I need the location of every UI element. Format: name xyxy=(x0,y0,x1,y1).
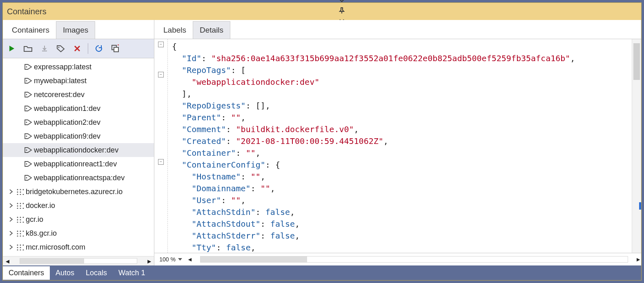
svg-point-38 xyxy=(23,231,24,232)
registry-item[interactable]: bridgetokubernetes.azurecr.io xyxy=(3,185,154,199)
tag-icon xyxy=(23,133,34,139)
expand-icon[interactable] xyxy=(7,231,15,236)
svg-point-17 xyxy=(17,194,18,195)
expand-icon[interactable] xyxy=(7,217,15,222)
image-item[interactable]: webapplication1:dev xyxy=(3,102,154,115)
image-item[interactable]: netcorerest:dev xyxy=(3,88,154,102)
registry-icon xyxy=(15,202,26,209)
download-button[interactable] xyxy=(39,43,50,54)
fold-toggle[interactable]: − xyxy=(158,72,164,77)
fold-toggle[interactable]: − xyxy=(158,42,164,47)
tab-images[interactable]: Images xyxy=(56,21,95,39)
svg-point-8 xyxy=(26,136,27,137)
zoom-dropdown[interactable]: 100 % xyxy=(154,256,187,263)
svg-point-28 xyxy=(17,217,18,218)
svg-point-16 xyxy=(20,192,21,193)
expand-icon[interactable] xyxy=(7,245,15,250)
image-item[interactable]: webapplicationreactspa:dev xyxy=(3,171,154,185)
scrollbar-thumb[interactable] xyxy=(633,43,640,80)
registry-item[interactable]: mcr.microsoft.com xyxy=(3,240,154,254)
editor-vertical-scrollbar[interactable] xyxy=(632,39,641,253)
svg-point-51 xyxy=(23,250,24,251)
svg-point-34 xyxy=(20,222,21,223)
tab-details[interactable]: Details xyxy=(193,21,230,39)
svg-point-30 xyxy=(23,217,24,218)
image-item[interactable]: mywebapi:latest xyxy=(3,74,154,88)
refresh-button[interactable] xyxy=(93,43,105,54)
item-label: webapplication9:dev xyxy=(34,132,100,141)
tag-icon xyxy=(23,119,34,126)
image-item[interactable]: webapplication2:dev xyxy=(3,115,154,129)
content-area: ContainersImages xyxy=(3,20,641,265)
editor-horizontal-scrollbar[interactable] xyxy=(200,256,628,263)
expand-icon[interactable] xyxy=(7,203,15,208)
registry-icon xyxy=(15,244,26,250)
svg-point-24 xyxy=(20,206,21,207)
image-tree: expressapp:latestmywebapi:latestnetcorer… xyxy=(3,58,154,256)
image-item[interactable]: webapplicationdocker:dev xyxy=(3,143,154,157)
svg-point-26 xyxy=(20,208,21,209)
registry-icon xyxy=(15,216,26,223)
item-label: expressapp:latest xyxy=(34,63,91,71)
svg-point-50 xyxy=(20,250,21,251)
svg-point-29 xyxy=(20,217,21,218)
svg-point-39 xyxy=(17,233,18,234)
svg-point-35 xyxy=(23,222,24,223)
svg-point-19 xyxy=(23,194,24,195)
bottom-tab-watch-1[interactable]: Watch 1 xyxy=(113,266,151,280)
image-item[interactable]: webapplication9:dev xyxy=(3,129,154,143)
tab-containers[interactable]: Containers xyxy=(5,22,56,39)
svg-point-12 xyxy=(17,189,18,190)
svg-point-20 xyxy=(17,203,18,204)
tag-button[interactable] xyxy=(55,43,67,54)
svg-point-13 xyxy=(20,189,21,190)
scrollbar-thumb[interactable] xyxy=(201,256,308,262)
fold-gutter[interactable]: − − − xyxy=(154,39,168,253)
json-editor: − − − { "Id": "sha256:0ae14a633f315b699a… xyxy=(154,39,641,253)
registry-icon xyxy=(15,188,26,195)
json-code-view[interactable]: { "Id": "sha256:0ae14a633f315b699aa12f35… xyxy=(168,39,632,253)
svg-point-46 xyxy=(23,245,24,246)
scrollbar-track[interactable] xyxy=(20,258,137,264)
tag-icon xyxy=(23,64,34,70)
left-horizontal-scrollbar[interactable]: ◄ ► xyxy=(3,256,154,265)
svg-point-23 xyxy=(17,206,18,207)
image-toolbar xyxy=(3,39,154,58)
svg-point-27 xyxy=(23,208,24,209)
run-button[interactable] xyxy=(6,43,18,54)
delete-button[interactable] xyxy=(71,43,83,54)
chevron-down-icon xyxy=(178,258,182,261)
image-tree-scroll[interactable]: expressapp:latestmywebapi:latestnetcorer… xyxy=(3,58,154,256)
tag-icon xyxy=(23,147,34,153)
window-title: Containers xyxy=(7,7,47,16)
bottom-tab-containers[interactable]: Containers xyxy=(3,266,50,280)
registry-item[interactable]: k8s.gcr.io xyxy=(3,226,154,240)
pin-icon[interactable] xyxy=(339,7,345,14)
svg-point-21 xyxy=(20,203,21,204)
item-label: mywebapi:latest xyxy=(34,77,87,85)
copy-button[interactable] xyxy=(109,43,121,54)
svg-point-9 xyxy=(26,150,27,151)
image-item[interactable]: expressapp:latest xyxy=(3,60,154,74)
item-label: webapplicationreactspa:dev xyxy=(34,174,125,182)
svg-point-0 xyxy=(58,47,60,48)
bottom-tab-locals[interactable]: Locals xyxy=(80,266,113,280)
fold-toggle[interactable]: − xyxy=(158,159,164,165)
svg-point-6 xyxy=(26,108,27,109)
expand-icon[interactable] xyxy=(7,189,15,194)
open-button[interactable] xyxy=(22,43,34,54)
titlebar: Containers xyxy=(3,3,641,20)
item-label: webapplicationdocker:dev xyxy=(34,146,118,155)
image-item[interactable]: webapplicationreact1:dev xyxy=(3,157,154,171)
bottom-tab-autos[interactable]: Autos xyxy=(50,266,80,280)
right-tabstrip: LabelsDetails xyxy=(154,20,641,39)
svg-point-49 xyxy=(17,250,18,251)
registry-item[interactable]: docker.io xyxy=(3,199,154,212)
window-options-icon[interactable] xyxy=(339,0,345,2)
registry-item[interactable]: gcr.io xyxy=(3,212,154,226)
scrollbar-thumb[interactable] xyxy=(20,259,84,263)
item-label: webapplication1:dev xyxy=(34,104,100,113)
svg-point-18 xyxy=(20,194,21,195)
svg-point-11 xyxy=(26,177,27,179)
tab-labels[interactable]: Labels xyxy=(157,22,193,39)
